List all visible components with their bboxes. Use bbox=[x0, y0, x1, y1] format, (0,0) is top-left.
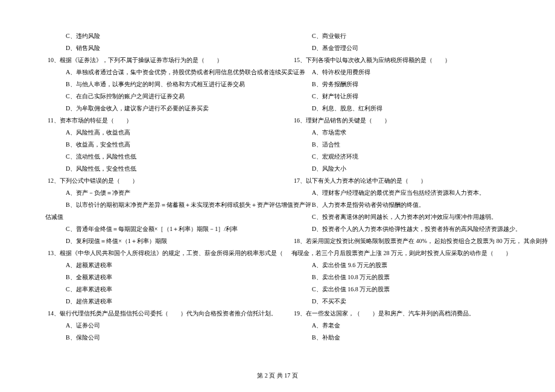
text-line: 16、理财产品销售的关键是（ ） bbox=[291, 115, 516, 127]
text-line: C、在自己实际控制的账户之间进行证券交易 bbox=[45, 90, 270, 103]
page-footer: 第 2 页 共 17 页 bbox=[0, 370, 555, 382]
text-line: B、全额累进税率 bbox=[45, 271, 270, 283]
text-line: C、财产转让所得 bbox=[291, 90, 516, 103]
text-line: C、卖出价值 16.8 万元的股票 bbox=[291, 283, 516, 296]
text-line: D、超倍累进税率 bbox=[45, 296, 270, 308]
text-line: D、基金管理公司 bbox=[291, 42, 516, 54]
text-line: A、理财客户经理确定的最优资产应当包括经济资源和人力资本。 bbox=[291, 187, 516, 199]
text-line: 14、银行代理信托类产品是指信托公司委托（ ）代为向合格投资者推介信托计划。 bbox=[45, 308, 270, 320]
text-line: D、利息、股息、红利所得 bbox=[291, 103, 516, 115]
text-line: A、卖出价值 9.6 万元的股票 bbox=[291, 259, 516, 271]
text-line: D、风险大小 bbox=[291, 163, 516, 175]
text-line: 11、资本市场的特征是（ ） bbox=[45, 115, 270, 127]
text-line: B、保险公司 bbox=[45, 332, 270, 344]
text-line: 10、根据《证券法》，下列不属于操纵证券市场行为的是（ ） bbox=[45, 54, 270, 66]
text-line: A、特许权使用费所得 bbox=[291, 66, 516, 78]
text-line: D、投资者个人的人力资本供给弹性越大，投资者持有的高风险经济资源越少。 bbox=[291, 223, 516, 235]
text-line: B、人力资本是指劳动者劳动报酬的终值。 bbox=[291, 199, 516, 211]
text-line: C、超率累进税率 bbox=[45, 283, 270, 296]
page-columns: C、违约风险D、销售风险10、根据《证券法》，下列不属于操纵证券市场行为的是（ … bbox=[45, 30, 516, 344]
text-line: A、证券公司 bbox=[45, 320, 270, 332]
text-line: A、超额累进税率 bbox=[45, 259, 270, 271]
text-line: C、投资者离退休的时间越长，人力资本的对冲效应与缓冲作用越弱。 bbox=[291, 211, 516, 223]
text-line: B、以市价计的期初期末净资产差异＝储蓄额＋未实现资本利得或损失＋资产评估增值资产… bbox=[45, 199, 270, 211]
text-line: A、养老金 bbox=[291, 320, 516, 332]
text-line: D、为牟取佣金收入，建议客户进行不必要的证券买卖 bbox=[45, 103, 270, 115]
text-line: B、补助金 bbox=[291, 332, 516, 344]
text-line: A、资产－负债＝净资产 bbox=[45, 187, 270, 199]
text-line: A、单独或者通过合谋，集中资金优势，持股优势或者利用信息优势联合或者连续买卖证券 bbox=[45, 66, 270, 78]
text-line: B、劳务报酬所得 bbox=[291, 78, 516, 90]
text-line: B、与他人串通，以事先约定的时间、价格和方式相互进行证券交易 bbox=[45, 78, 270, 90]
text-line: 13、根据《中华人民共和国个人所得税法》的规定，工资、薪金所得采用的税率形式是（… bbox=[45, 247, 270, 259]
text-line: A、市场需求 bbox=[291, 127, 516, 139]
text-line: D、风险性低，安全性也低 bbox=[45, 163, 270, 175]
text-line: 18、若采用固定投资比例策略限制股票资产在 40%， 起始投资组合之股票为 80… bbox=[291, 235, 516, 247]
text-line: 估减值 bbox=[45, 211, 270, 223]
text-line: D、销售风险 bbox=[45, 42, 270, 54]
text-line: B、收益高，安全性也高 bbox=[45, 139, 270, 151]
text-line: C、宏观经济环境 bbox=[291, 151, 516, 163]
right-column: C、商业银行D、基金管理公司15、下列各项中以每次收入额为应纳税所得额的是（ ）… bbox=[291, 30, 516, 344]
text-line: D、不买不卖 bbox=[291, 296, 516, 308]
text-line: A、风险性高，收益也高 bbox=[45, 127, 270, 139]
left-column: C、违约风险D、销售风险10、根据《证券法》，下列不属于操纵证券市场行为的是（ … bbox=[45, 30, 270, 344]
text-line: 19、在一些发达国家，（ ）是和房产、汽车并列的高档消费品。 bbox=[291, 308, 516, 320]
text-line: 12、下列公式中错误的是（ ） bbox=[45, 175, 270, 187]
text-line: 15、下列各项中以每次收入额为应纳税所得额的是（ ） bbox=[291, 54, 516, 66]
text-line: D、复利现值＝终值×（1＋利率）期限 bbox=[45, 235, 270, 247]
text-line: C、普通年金终值＝每期固定金额×［（1＋利率）期限－1］/利率 bbox=[45, 223, 270, 235]
text-line: C、商业银行 bbox=[291, 30, 516, 42]
text-line: B、卖出价值 10.8 万元的股票 bbox=[291, 271, 516, 283]
text-line: B、适合性 bbox=[291, 139, 516, 151]
text-line: 有现金，若三个月后股票资产上涨 28 万元，则此时投资人应采取的动作是（ ） bbox=[291, 247, 516, 259]
text-line: 17、以下有关人力资本的论述中正确的是（ ） bbox=[291, 175, 516, 187]
text-line: C、违约风险 bbox=[45, 30, 270, 42]
text-line: C、流动性低，风险性也低 bbox=[45, 151, 270, 163]
